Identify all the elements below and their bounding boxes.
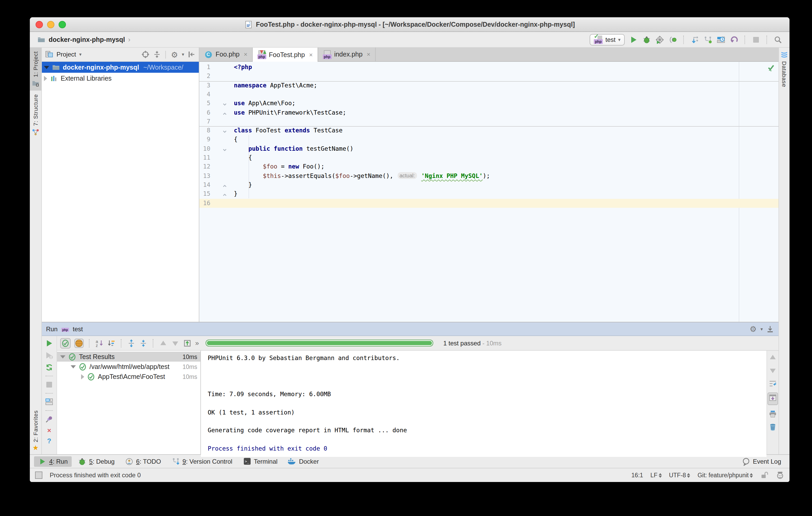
run-configuration-select[interactable]: ✓ php test ▾	[590, 34, 625, 45]
debug-button[interactable]	[642, 35, 651, 44]
toolwindow-favorites-button[interactable]: 2: Favorites ★	[30, 407, 41, 454]
gear-icon[interactable]: ⚙	[749, 325, 757, 333]
import-test-results-button[interactable]	[183, 339, 192, 347]
help-button[interactable]: ?	[47, 437, 51, 444]
toolwindow-button--todo[interactable]: 6: TODO	[121, 456, 165, 466]
breadcrumb-project[interactable]: docker-nginx-php-mysql	[49, 36, 125, 43]
window-title: FooTest.php - docker-nginx-php-mysql - […	[256, 21, 575, 28]
gear-icon[interactable]: ⚙	[170, 50, 179, 59]
toolwindow-button-docker[interactable]: Docker	[284, 456, 323, 466]
close-tab-icon[interactable]: ×	[244, 51, 248, 58]
sort-alphabetically-button[interactable]: az	[95, 339, 104, 347]
rollback-button[interactable]	[730, 35, 738, 44]
restore-layout-button[interactable]	[45, 398, 53, 406]
tab-footest-php[interactable]: phpFooTest.php×	[253, 48, 318, 62]
clear-all-button[interactable]	[768, 423, 777, 431]
minimize-window-button[interactable]	[47, 21, 54, 28]
close-tab-icon[interactable]: ×	[367, 51, 370, 58]
project-tree-row[interactable]: External Libraries	[42, 73, 199, 84]
more-actions-button[interactable]: »	[195, 339, 199, 347]
inspection-ok-icon[interactable]	[767, 64, 775, 72]
fold-marker[interactable]	[222, 128, 227, 133]
toggle-auto-test-button[interactable]	[45, 363, 53, 372]
next-occurrence-button[interactable]	[171, 339, 179, 347]
encoding-widget[interactable]: UTF-8	[669, 472, 690, 478]
show-passed-toggle[interactable]	[60, 338, 70, 348]
test-tree-row[interactable]: /var/www/html/web/app/test10ms	[57, 362, 200, 372]
toolwindow-button--debug[interactable]: 5: Debug	[74, 456, 119, 466]
line-separator-widget[interactable]: LF	[650, 472, 662, 478]
hide-toolwindow-button[interactable]	[766, 325, 774, 333]
project-tree: docker-nginx-php-mysql~/Workspace/Extern…	[42, 62, 199, 84]
fold-marker[interactable]	[222, 101, 227, 106]
toolwindow-switcher-icon[interactable]	[35, 471, 42, 479]
code-line: $this->assertEquals($foo->getName(), act…	[232, 171, 779, 180]
chevron-down-icon: ▾	[760, 326, 763, 332]
zoom-window-button[interactable]	[59, 21, 66, 28]
toolwindow-button--run[interactable]: 4: Run	[34, 456, 72, 466]
highlighting-level-icon[interactable]	[776, 471, 784, 479]
caret-position-widget[interactable]: 16:1	[632, 472, 643, 478]
editor-tabs: CFoo.php×phpFooTest.php×phpindex.php×	[199, 48, 779, 62]
expand-all-button[interactable]	[127, 339, 136, 347]
code-line: {	[232, 153, 779, 163]
database-stripe-label[interactable]: Database	[781, 61, 787, 87]
collapse-all-button[interactable]	[139, 339, 148, 347]
search-everywhere-button[interactable]	[774, 35, 782, 44]
local-history-button[interactable]	[717, 35, 725, 44]
tab-foo-php[interactable]: CFoo.php×	[199, 48, 253, 61]
project-tree-row[interactable]: docker-nginx-php-mysql~/Workspace/	[42, 62, 199, 73]
close-tab-icon[interactable]: ×	[309, 51, 313, 58]
run-button[interactable]	[630, 35, 638, 44]
vcs-update-button[interactable]	[691, 35, 699, 44]
hide-panel-button[interactable]	[187, 50, 196, 59]
toolwindow-structure-button[interactable]: 7: Structure	[30, 91, 41, 140]
previous-occurrence-button[interactable]	[159, 339, 167, 347]
event-log-button[interactable]: Event Log	[738, 456, 785, 466]
attach-profiler-button[interactable]	[669, 35, 677, 44]
console-line: PHPUnit 6.3.0 by Sebastian Bergmann and …	[208, 354, 766, 363]
chevron-right-icon[interactable]	[44, 76, 47, 81]
docker-icon	[288, 457, 296, 465]
scroll-to-end-button[interactable]	[767, 393, 778, 405]
toolwindow-project-button[interactable]: 1: Project	[30, 48, 41, 91]
toolwindow-button-terminal[interactable]: >_Terminal	[239, 456, 282, 466]
test-tree-row[interactable]: AppTest\Acme\FooTest10ms	[57, 372, 200, 381]
fold-marker[interactable]	[222, 183, 227, 188]
vcs-commit-button[interactable]	[704, 35, 712, 44]
console-output: PHPUnit 6.3.0 by Sebastian Bergmann and …	[201, 351, 766, 457]
show-ignored-toggle[interactable]	[74, 338, 84, 348]
print-button[interactable]	[768, 410, 777, 418]
collapse-all-button[interactable]	[153, 50, 162, 59]
chevron-down-icon[interactable]	[44, 66, 49, 69]
run-tool-window-header[interactable]: Run php test ⚙ ▾	[42, 322, 779, 336]
git-branch-widget[interactable]: Git: feature/phpunit	[697, 472, 753, 478]
tab-index-php[interactable]: phpindex.php×	[318, 48, 375, 61]
folder-icon	[37, 35, 46, 44]
code-editor[interactable]: 12345678910111213141516 <?phpnamespace A…	[199, 62, 779, 322]
stop-button[interactable]	[752, 35, 760, 44]
soft-wrap-button[interactable]	[768, 379, 777, 388]
fold-marker[interactable]	[222, 110, 227, 115]
fold-marker[interactable]	[222, 146, 227, 151]
breadcrumb[interactable]: docker-nginx-php-mysql ›	[37, 35, 130, 44]
sort-by-duration-button[interactable]	[107, 339, 116, 347]
up-stack-trace-button[interactable]	[768, 353, 777, 362]
toolwindow-button--version-control[interactable]: 9: Version Control	[167, 456, 236, 466]
close-window-button[interactable]	[36, 21, 43, 28]
stop-process-button[interactable]	[45, 380, 53, 389]
down-stack-trace-button[interactable]	[768, 366, 777, 375]
locate-file-button[interactable]	[142, 50, 150, 59]
pin-tab-button[interactable]	[45, 415, 53, 423]
readonly-lock-icon[interactable]	[760, 471, 768, 479]
rerun-failed-tests-button[interactable]	[45, 351, 53, 360]
chevron-down-icon: ▾	[182, 52, 184, 57]
fold-marker[interactable]	[222, 192, 227, 196]
run-with-coverage-button[interactable]	[656, 35, 664, 44]
test-tree-row[interactable]: Test Results10ms	[57, 352, 200, 362]
chevron-down-icon[interactable]: ▾	[79, 52, 82, 57]
close-toolwindow-button[interactable]: ×	[47, 427, 51, 434]
rerun-button[interactable]	[45, 339, 53, 347]
code-area[interactable]: <?phpnamespace AppTest\Acme;use App\Acme…	[232, 62, 779, 322]
console-line	[208, 363, 766, 372]
